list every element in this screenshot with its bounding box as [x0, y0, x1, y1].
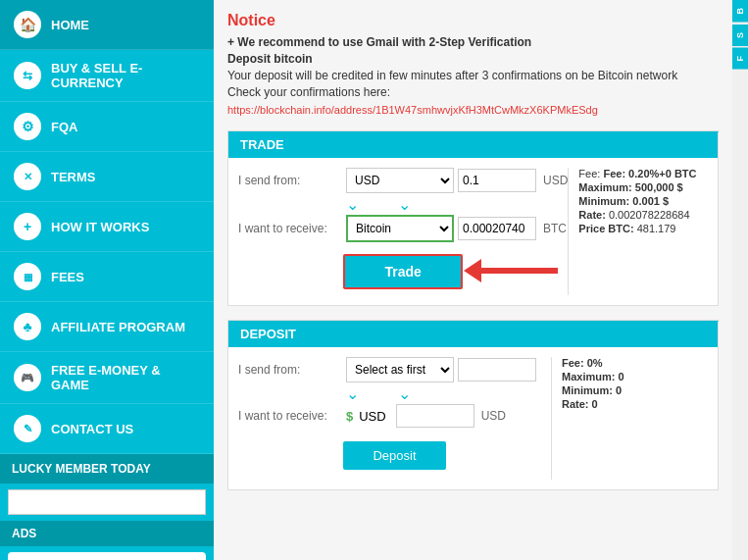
price-label: Price BTC:	[578, 223, 633, 234]
deposit-button-row: Deposit	[238, 432, 551, 480]
right-tabs: B S F	[732, 0, 748, 560]
sidebar-item-home[interactable]: 🏠 HOME	[0, 0, 214, 50]
sidebar-label-terms: TERMS	[51, 170, 96, 184]
trade-send-row: I send from: USD USD	[238, 168, 568, 193]
main-content: Notice + We recommend to use Gmail with …	[214, 0, 732, 560]
sidebar-item-terms[interactable]: ✕ TERMS	[0, 152, 214, 202]
deposit-section: DEPOSIT I send from: Select as first ⌄ ⌄	[227, 320, 719, 490]
deposit-send-controls: Select as first	[346, 357, 536, 382]
dollar-icon: $	[346, 409, 353, 424]
trade-button[interactable]: Trade	[343, 254, 462, 289]
trade-arrow-row: ⌄ ⌄	[238, 197, 568, 213]
red-arrow	[464, 259, 558, 282]
deposit-receive-row: I want to receive: $ USD USD	[238, 404, 551, 428]
notice-link[interactable]: https://blockchain.info/address/1B1W47sm…	[227, 104, 598, 116]
deposit-receive-amount-input[interactable]	[396, 404, 474, 428]
ads-header: ADS	[0, 521, 214, 546]
notice-line4: Check your confirmations here:	[227, 85, 719, 99]
deposit-body: I send from: Select as first ⌄ ⌄ I want …	[228, 347, 718, 489]
deposit-receive-label: I want to receive:	[238, 409, 346, 423]
deposit-send-row: I send from: Select as first	[238, 357, 551, 382]
trade-form: I send from: USD USD ⌄ ⌄ I want to recei…	[238, 168, 568, 295]
notice-title: Notice	[227, 12, 719, 29]
deposit-maximum: Maximum: 0	[562, 371, 708, 382]
trade-receive-row: I want to receive: Bitcoin BTC	[238, 215, 568, 242]
notice-section: Notice + We recommend to use Gmail with …	[227, 12, 719, 117]
notice-line1: + We recommend to use Gmail with 2-Step …	[227, 35, 719, 49]
deposit-send-label: I send from:	[238, 363, 346, 377]
notice-line3: Your deposit will be credited in few min…	[227, 69, 719, 82]
trade-maximum: Maximum: 500,000 $	[578, 181, 708, 193]
exchange-icon: ⇆	[14, 62, 41, 89]
deposit-header: DEPOSIT	[228, 321, 718, 347]
arrow-line	[479, 268, 558, 274]
sidebar-label-affiliate: AFFILIATE PROGRAM	[51, 320, 185, 334]
deposit-send-select[interactable]: Select as first	[346, 357, 454, 382]
trade-fee: Fee: Fee: 0.20%+0 BTC	[578, 168, 708, 179]
deposit-receive-controls: $ USD USD	[346, 404, 506, 428]
trade-info: Fee: Fee: 0.20%+0 BTC Maximum: 500,000 $…	[568, 168, 708, 295]
trade-send-currency-select[interactable]: USD	[346, 168, 454, 193]
right-tab-b[interactable]: B	[732, 0, 748, 23]
sidebar-label-home: HOME	[51, 18, 89, 32]
deposit-minimum: Minimum: 0	[562, 384, 708, 396]
lucky-member-header: LUCKY MEMBER TODAY	[0, 454, 214, 484]
sidebar-item-free-money[interactable]: 🎮 FREE E-MONEY & GAME	[0, 352, 214, 404]
down-arrow-icon-1: ⌄	[346, 197, 359, 213]
sidebar-label-buy-sell: BUY & SELL E-CURRENCY	[51, 61, 200, 90]
fees-icon: ▦	[14, 263, 41, 290]
sidebar: 🏠 HOME ⇆ BUY & SELL E-CURRENCY ⚙ FQA ✕ T…	[0, 0, 214, 560]
trade-receive-amount-input[interactable]	[458, 217, 536, 240]
trade-body: I send from: USD USD ⌄ ⌄ I want to recei…	[228, 158, 718, 305]
trade-send-suffix: USD	[543, 174, 568, 187]
right-tab-f[interactable]: F	[732, 48, 748, 70]
deposit-receive-suffix: USD	[481, 409, 506, 423]
deposit-send-amount-input[interactable]	[458, 358, 536, 382]
sidebar-label-fees: FEES	[51, 270, 84, 284]
deposit-down-arrow-1: ⌄	[346, 386, 359, 402]
lucky-member-input[interactable]	[8, 489, 206, 515]
trade-receive-controls: Bitcoin BTC	[346, 215, 567, 242]
sidebar-item-contact[interactable]: ✎ CONTACT US	[0, 404, 214, 454]
trade-receive-label: I want to receive:	[238, 222, 346, 235]
deposit-fee: Fee: 0%	[562, 357, 708, 369]
deposit-info: Fee: 0% Maximum: 0 Minimum: 0 Rate: 0	[551, 357, 708, 480]
sidebar-label-fqa: FQA	[51, 120, 77, 134]
rate-label: Rate:	[578, 209, 606, 221]
trade-button-row: Trade	[238, 246, 568, 295]
sidebar-item-buy-sell[interactable]: ⇆ BUY & SELL E-CURRENCY	[0, 50, 214, 102]
sidebar-label-contact: CONTACT US	[51, 422, 133, 436]
affiliate-icon: ♣	[14, 313, 41, 340]
deposit-rate: Rate: 0	[562, 398, 708, 410]
deposit-form: I send from: Select as first ⌄ ⌄ I want …	[238, 357, 551, 480]
deposit-arrow-row: ⌄ ⌄	[238, 386, 551, 402]
trade-send-controls: USD USD	[346, 168, 568, 193]
trade-send-amount-input[interactable]	[458, 169, 536, 192]
notice-line2: Deposit bitcoin	[227, 52, 719, 66]
trade-receive-currency-select[interactable]: Bitcoin	[346, 215, 454, 242]
deposit-button[interactable]: Deposit	[343, 441, 445, 470]
ads-content: Free Bitcoins 🪙🪙🪙	[8, 552, 206, 560]
sidebar-label-how-it-works: HOW IT WORKS	[51, 220, 149, 234]
sidebar-item-how-it-works[interactable]: + HOW IT WORKS	[0, 202, 214, 252]
deposit-receive-currency: USD	[359, 409, 385, 424]
trade-rate: Rate: 0.002078228684	[578, 209, 708, 221]
trade-price: Price BTC: 481.179	[578, 223, 708, 234]
game-icon: 🎮	[14, 364, 41, 391]
home-icon: 🏠	[14, 11, 41, 38]
contact-icon: ✎	[14, 415, 41, 442]
gear-icon: ⚙	[14, 113, 41, 140]
sidebar-item-fees[interactable]: ▦ FEES	[0, 252, 214, 302]
trade-minimum: Minimum: 0.001 $	[578, 195, 708, 207]
sidebar-label-free-money: FREE E-MONEY & GAME	[51, 363, 200, 392]
sidebar-item-fqa[interactable]: ⚙ FQA	[0, 102, 214, 152]
trade-header: TRADE	[228, 131, 718, 158]
sidebar-item-affiliate[interactable]: ♣ AFFILIATE PROGRAM	[0, 302, 214, 352]
trade-receive-suffix: BTC	[543, 222, 567, 235]
plus-icon: +	[14, 213, 41, 240]
terms-icon: ✕	[14, 163, 41, 190]
deposit-down-arrow-2: ⌄	[398, 386, 411, 402]
trade-section: TRADE I send from: USD USD ⌄ ⌄	[227, 130, 719, 306]
down-arrow-icon-2: ⌄	[398, 197, 411, 213]
right-tab-s[interactable]: S	[732, 25, 748, 46]
